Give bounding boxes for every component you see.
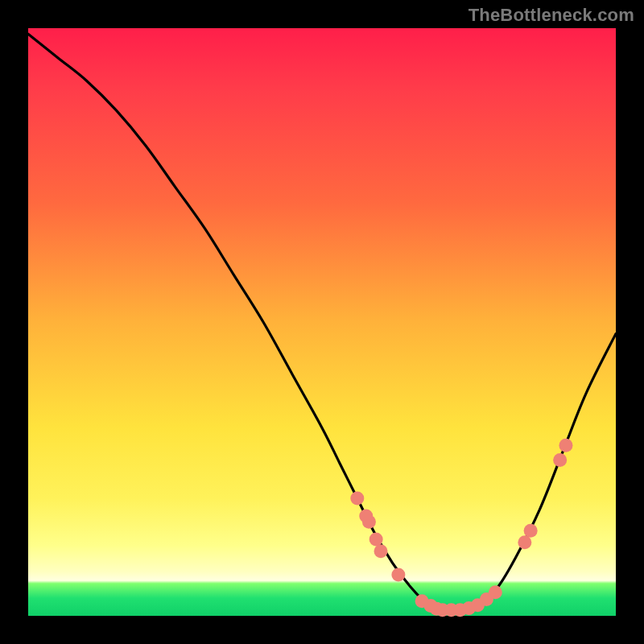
bottleneck-curve	[28, 34, 616, 610]
chart-frame: TheBottleneck.com	[0, 0, 644, 644]
data-dot	[391, 568, 405, 581]
data-dot	[518, 535, 531, 549]
data-dot	[559, 439, 572, 452]
chart-svg	[28, 28, 616, 616]
data-dot	[369, 533, 383, 547]
data-dot	[350, 492, 364, 506]
data-dot	[553, 453, 567, 467]
data-dot	[362, 515, 376, 529]
data-dot	[489, 585, 502, 599]
data-dots-group	[350, 439, 572, 617]
data-dot	[374, 544, 388, 558]
plot-area	[28, 28, 616, 616]
watermark-text: TheBottleneck.com	[469, 5, 634, 26]
data-dot	[524, 524, 538, 538]
